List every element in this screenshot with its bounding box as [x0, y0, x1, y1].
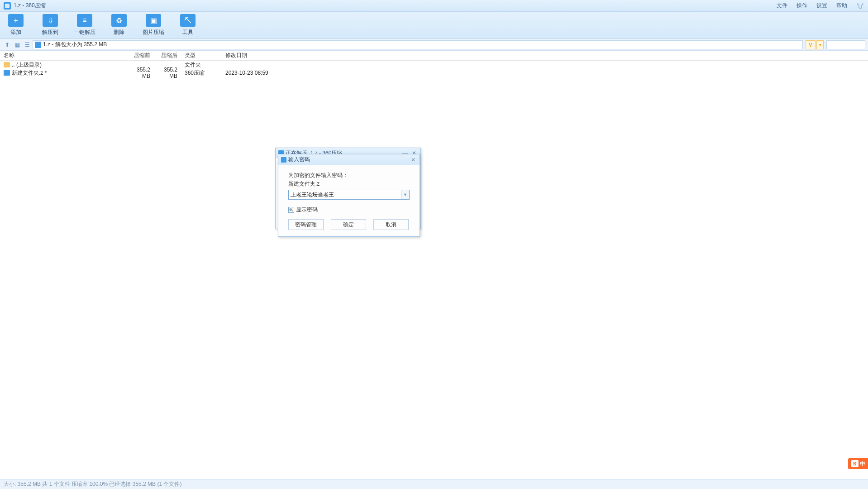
archive-icon — [281, 157, 286, 163]
image-compress-button[interactable]: ▣图片压缩 — [142, 14, 165, 36]
app-icon — [4, 2, 11, 10]
cursor-icon: ↖ — [288, 206, 294, 214]
ok-button[interactable]: 确定 — [331, 219, 366, 230]
skin-icon[interactable] — [856, 2, 864, 10]
one-click-extract-button[interactable]: ≡一键解压 — [73, 14, 96, 36]
col-date[interactable]: 修改日期 — [222, 52, 285, 59]
toolbar: ＋添加 ⇩解压到 ≡一键解压 ♻删除 ▣图片压缩 ⛏工具 — [0, 12, 868, 39]
item1-type: 360压缩 — [181, 69, 222, 77]
folder-icon — [4, 62, 10, 67]
password-filename: 新建文件夹.z — [288, 180, 410, 188]
list-item[interactable]: 新建文件夹.z * 355.2 MB 355.2 MB 360压缩 2023-1… — [0, 69, 868, 77]
ime-indicator[interactable]: S 中 — [848, 458, 868, 469]
file-list: .. (上级目录) 文件夹 新建文件夹.z * 355.2 MB 355.2 M… — [0, 61, 868, 77]
nav-up-icon[interactable]: ⬆ — [3, 40, 12, 49]
view-icons-icon[interactable]: ▦ — [13, 40, 22, 49]
item1-before: 355.2 MB — [127, 67, 154, 79]
status-bar: 大小: 355.2 MB 共 1 个文件 压缩率 100.0% 已经选择 355… — [0, 479, 868, 489]
col-after[interactable]: 压缩后 — [154, 52, 181, 59]
col-name[interactable]: 名称 — [0, 52, 127, 59]
extract-to-button[interactable]: ⇩解压到 — [39, 14, 62, 36]
show-password-label: 显示密码 — [296, 206, 318, 214]
view-list-icon[interactable]: ☰ — [23, 40, 32, 49]
delete-label: 删除 — [114, 29, 124, 36]
item1-after: 355.2 MB — [154, 67, 181, 79]
cancel-button[interactable]: 取消 — [373, 219, 409, 230]
tools-label: 工具 — [182, 29, 193, 36]
status-text: 大小: 355.2 MB 共 1 个文件 压缩率 100.0% 已经选择 355… — [4, 480, 181, 488]
address-field[interactable]: 1.z - 解包大小为 355.2 MB — [33, 40, 803, 49]
delete-button[interactable]: ♻删除 — [108, 14, 130, 36]
svg-rect-0 — [5, 4, 10, 8]
menu-operation[interactable]: 操作 — [796, 2, 807, 10]
addr-right-controls: V ▾ — [806, 40, 824, 49]
col-before[interactable]: 压缩前 — [127, 52, 154, 59]
column-headers: 名称 压缩前 压缩后 类型 修改日期 — [0, 51, 868, 61]
archive-icon — [4, 70, 10, 76]
password-dialog-title: 输入密码 — [288, 156, 310, 163]
addressbar: ⬆ ▦ ☰ 1.z - 解包大小为 355.2 MB V ▾ — [0, 39, 868, 51]
add-label: 添加 — [10, 29, 21, 36]
close-icon[interactable]: ✕ — [410, 157, 417, 163]
parent-name: .. (上级目录) — [12, 61, 42, 69]
search-input[interactable] — [826, 40, 865, 49]
password-manage-button[interactable]: 密码管理 — [288, 219, 324, 230]
image-compress-label: 图片压缩 — [143, 29, 164, 36]
parent-type: 文件夹 — [181, 61, 222, 69]
col-type[interactable]: 类型 — [181, 52, 222, 59]
one-click-label: 一键解压 — [74, 29, 95, 36]
titlebar: 1.z - 360压缩 文件 操作 设置 帮助 — [0, 0, 868, 12]
extract-to-label: 解压到 — [42, 29, 58, 36]
menu-file[interactable]: 文件 — [777, 2, 787, 10]
window-title: 1.z - 360压缩 — [14, 2, 46, 10]
address-text: 1.z - 解包大小为 355.2 MB — [43, 41, 107, 48]
item1-date: 2023-10-23 08:59 — [222, 70, 285, 76]
menu-help[interactable]: 帮助 — [836, 2, 847, 10]
password-dialog: 输入密码 ✕ 为加密的文件输入密码： 新建文件夹.z ▼ ✓ 显示密码 ↖ 密码… — [278, 154, 420, 237]
password-combo: ▼ — [288, 190, 410, 200]
vip-button[interactable]: V — [806, 40, 816, 49]
show-password-checkbox[interactable]: ✓ 显示密码 ↖ — [288, 206, 410, 214]
ime-logo-icon: S — [851, 460, 858, 467]
chevron-down-icon[interactable]: ▼ — [401, 190, 409, 199]
password-prompt: 为加密的文件输入密码： — [288, 172, 410, 179]
item1-name: 新建文件夹.z * — [12, 69, 47, 77]
password-input[interactable] — [289, 190, 401, 199]
tools-button[interactable]: ⛏工具 — [176, 14, 199, 36]
archive-icon — [35, 42, 41, 48]
menu-settings[interactable]: 设置 — [816, 2, 827, 10]
vip-dropdown-icon[interactable]: ▾ — [816, 40, 824, 49]
ime-label: 中 — [860, 460, 865, 468]
add-button[interactable]: ＋添加 — [5, 14, 27, 36]
